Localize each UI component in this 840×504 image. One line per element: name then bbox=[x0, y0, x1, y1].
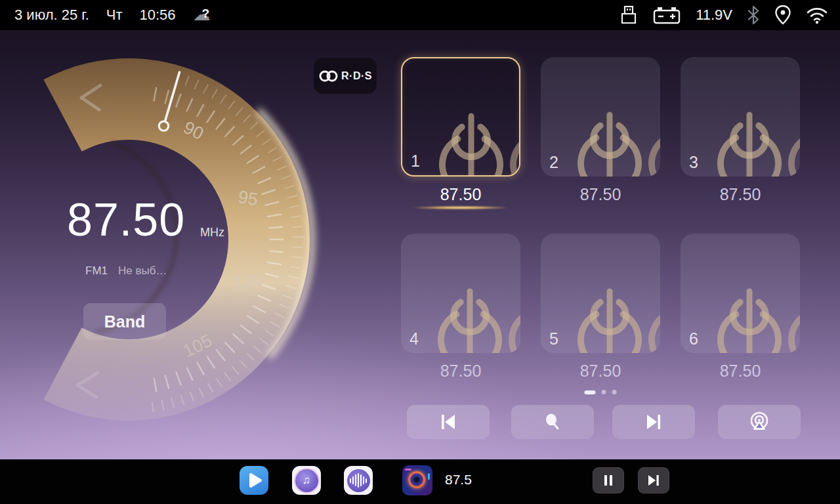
preset-5[interactable]: 5 87.50 bbox=[541, 234, 660, 381]
antenna-icon bbox=[713, 260, 786, 353]
usb-icon bbox=[620, 5, 638, 26]
antenna-icon bbox=[434, 260, 506, 353]
now-playing-album-art[interactable] bbox=[402, 465, 432, 495]
status-time: 10:56 bbox=[140, 7, 176, 24]
bluetooth-icon bbox=[747, 5, 760, 25]
skip-previous-icon bbox=[438, 413, 458, 431]
preset-1[interactable]: 1 87.50 bbox=[401, 57, 520, 209]
now-playing-frequency: 87.5 bbox=[445, 472, 472, 488]
media-skip-next-button[interactable] bbox=[638, 467, 669, 494]
current-frequency: 87.50 bbox=[67, 194, 185, 246]
dial-scale-95: 95 bbox=[237, 187, 259, 209]
preset-page-indicator bbox=[585, 390, 617, 394]
preset-6-tile[interactable]: 6 bbox=[681, 234, 800, 353]
pause-icon bbox=[602, 474, 614, 487]
skip-next-button[interactable] bbox=[612, 405, 695, 439]
antenna-echo-icon bbox=[784, 260, 800, 353]
skip-next-icon bbox=[646, 474, 661, 487]
band-label: FM1 bbox=[85, 264, 108, 278]
video-player-app-button[interactable] bbox=[240, 466, 268, 495]
page-dot-active[interactable] bbox=[585, 390, 596, 394]
waveform-icon bbox=[347, 469, 370, 492]
preset-2-tile[interactable]: 2 bbox=[541, 57, 660, 177]
page-dot[interactable] bbox=[602, 390, 606, 394]
preset-number: 6 bbox=[689, 329, 698, 348]
frequency-unit: MHz bbox=[200, 226, 224, 240]
rds-circles-icon bbox=[318, 70, 339, 83]
battery-voltage: 11.9V bbox=[696, 7, 732, 24]
status-date: 3 июл. 25 г. bbox=[14, 7, 89, 24]
radio-app-screen: 3 июл. 25 г. Чт 10:56 ☁ ? bbox=[0, 0, 840, 504]
antenna-echo-icon bbox=[644, 83, 660, 177]
antenna-echo-icon bbox=[506, 85, 520, 177]
car-battery-icon bbox=[652, 5, 681, 25]
page-dot[interactable] bbox=[612, 390, 617, 394]
location-icon bbox=[774, 5, 791, 26]
preset-5-tile[interactable]: 5 bbox=[541, 234, 660, 353]
antenna-echo-icon bbox=[784, 83, 800, 177]
preset-6[interactable]: 6 87.50 bbox=[681, 234, 800, 381]
skip-previous-button[interactable] bbox=[407, 405, 490, 439]
skip-next-icon bbox=[644, 413, 663, 431]
rds-badge: R·D·S bbox=[314, 58, 377, 94]
play-icon bbox=[245, 472, 262, 489]
antenna-icon bbox=[574, 260, 646, 353]
pause-button[interactable] bbox=[593, 467, 624, 494]
preset-3-tile[interactable]: 3 bbox=[681, 57, 800, 177]
preset-4[interactable]: 4 87.50 bbox=[401, 234, 520, 381]
antenna-echo-icon bbox=[505, 260, 520, 353]
preset-3[interactable]: 3 87.50 bbox=[681, 57, 800, 209]
band-button[interactable]: Band bbox=[83, 303, 166, 340]
rds-label: R·D·S bbox=[341, 70, 372, 82]
music-app-button[interactable]: ♫ bbox=[292, 466, 321, 495]
voice-app-button[interactable] bbox=[344, 466, 373, 495]
preset-frequency: 87.50 bbox=[440, 361, 482, 381]
antenna-icon bbox=[435, 85, 507, 177]
status-bar: 3 июл. 25 г. Чт 10:56 ☁ ? bbox=[0, 0, 840, 30]
preset-frequency: 87.50 bbox=[720, 361, 761, 381]
antenna-icon bbox=[713, 83, 786, 177]
preset-number: 1 bbox=[411, 152, 420, 171]
preset-frequency: 87.50 bbox=[580, 184, 621, 204]
preset-number: 5 bbox=[549, 329, 558, 348]
preset-grid: 1 87.50 2 87.50 bbox=[401, 57, 800, 381]
search-icon bbox=[543, 413, 562, 431]
scan-search-button[interactable] bbox=[511, 405, 594, 439]
preset-number: 2 bbox=[549, 153, 558, 172]
broadcast-icon bbox=[749, 411, 770, 432]
preset-frequency: 87.50 bbox=[440, 184, 482, 204]
weather-unknown-icon: ☁ ? bbox=[193, 5, 220, 25]
music-note-icon: ♫ bbox=[295, 469, 318, 492]
selected-preset-glow bbox=[411, 206, 510, 209]
antenna-icon bbox=[574, 83, 646, 177]
broadcast-stations-button[interactable] bbox=[718, 405, 801, 439]
wifi-icon bbox=[806, 6, 828, 24]
preset-4-tile[interactable]: 4 bbox=[401, 234, 520, 353]
preset-2[interactable]: 2 87.50 bbox=[541, 57, 660, 209]
preset-number: 4 bbox=[410, 329, 419, 348]
status-day: Чт bbox=[106, 7, 123, 24]
tuner-dial: 90 95 100 105 bbox=[0, 30, 328, 463]
station-name: Не выб… bbox=[118, 264, 167, 278]
antenna-echo-icon bbox=[644, 260, 660, 353]
preset-frequency: 87.50 bbox=[580, 361, 621, 381]
preset-number: 3 bbox=[689, 153, 698, 172]
preset-frequency: 87.50 bbox=[720, 184, 761, 204]
preset-1-tile[interactable]: 1 bbox=[401, 57, 520, 177]
